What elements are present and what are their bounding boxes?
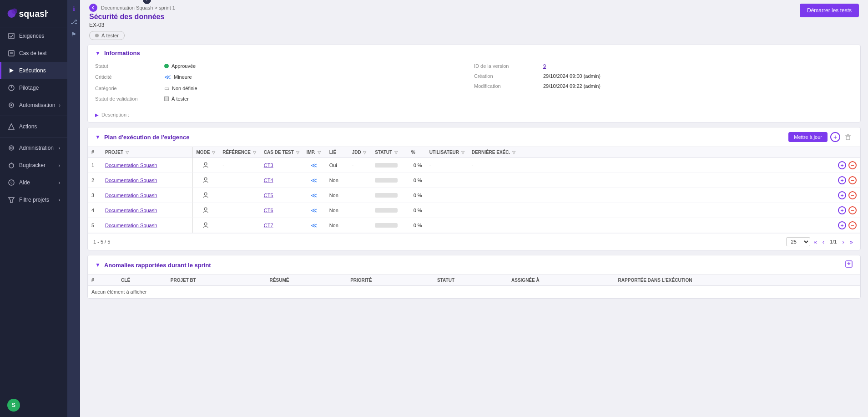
svg-point-29 (204, 208, 207, 210)
status-badge[interactable]: À tester (89, 31, 125, 40)
aide-arrow: › (59, 180, 60, 185)
row-remove-button[interactable]: − (848, 191, 857, 199)
svg-rect-4 (9, 51, 14, 56)
svg-point-28 (204, 193, 207, 195)
row-jdd: - (348, 188, 371, 203)
sidebar-item-label-filtre-projets: Filtre projets (19, 197, 49, 203)
sidebar-item-label-executions: Exécutions (19, 67, 46, 74)
row-statut (371, 173, 408, 188)
svg-point-22 (91, 5, 96, 10)
informations-section: ▼ Informations Statut Approuvée Criticit… (87, 45, 861, 122)
row-cas-test: CT4 (260, 173, 303, 188)
anomaly-collapse-icon[interactable]: ▼ (95, 262, 101, 268)
creation-value: 29/10/2024 09:00 (admin) (543, 73, 601, 79)
svg-rect-23 (846, 136, 850, 140)
status-label: À tester (101, 33, 119, 38)
anomaly-col-statut: STATUT (434, 275, 508, 286)
table-row: 4 Documentation Squash - CT6 ≪ Non - 0 %… (88, 203, 860, 218)
row-remove-button[interactable]: − (848, 221, 857, 229)
sidebar-item-executions[interactable]: Exécutions (0, 62, 67, 79)
row-add-button[interactable]: + (838, 206, 846, 214)
sidebar-item-label-bugtracker: Bugtracker (19, 162, 45, 168)
export-anomaly-button[interactable] (845, 260, 853, 270)
col-user-header: UTILISATEUR ▽ (426, 147, 468, 158)
sidebar-item-label-automatisation: Automatisation (19, 102, 55, 108)
sidebar-item-label-pilotage: Pilotage (19, 85, 39, 91)
prev-page-button[interactable]: ‹ (821, 238, 826, 246)
table-row: 2 Documentation Squash - CT4 ≪ Non - 0 %… (88, 173, 860, 188)
row-remove-button[interactable]: − (848, 161, 857, 169)
creation-label: Création (474, 73, 538, 79)
anomaly-col-num: # (88, 275, 117, 286)
info-collapse-icon: ▼ (95, 50, 101, 56)
row-pct: 0 % (408, 218, 426, 233)
anomaly-col-projet: PROJET BT (167, 275, 266, 286)
first-page-button[interactable]: « (812, 238, 819, 246)
row-add-button[interactable]: + (838, 161, 846, 169)
row-project: Documentation Squash (101, 188, 192, 203)
anomalies-title: Anomalies rapportées durant le sprint (104, 262, 211, 269)
row-jdd: - (348, 173, 371, 188)
page-size-select[interactable]: 25 50 100 (786, 237, 810, 246)
sidebar-item-label-aide: Aide (19, 179, 30, 186)
row-mode (192, 188, 219, 203)
info-row-id-version: ID de la version 9 (474, 61, 853, 71)
statut-green-dot (164, 64, 169, 68)
update-button[interactable]: Mettre à jour (788, 132, 828, 142)
anomaly-col-resume: RÉSUMÉ (266, 275, 347, 286)
info-row-categorie: Catégorie ▭ Non définie (95, 83, 474, 94)
row-project: Documentation Squash (101, 158, 192, 173)
sidebar-item-pilotage[interactable]: Pilotage (0, 79, 67, 97)
row-importance: ≪ (303, 173, 326, 188)
anomalies-section: ▼ Anomalies rapportées durant le sprint … (87, 255, 861, 299)
sidebar-item-bugtracker[interactable]: Bugtracker › (0, 157, 67, 174)
row-cas-test: CT3 (260, 158, 303, 173)
flag-icon[interactable]: ⚑ (69, 29, 79, 39)
row-reference: - (219, 188, 260, 203)
row-add-button[interactable]: + (838, 221, 846, 229)
info-icon[interactable]: ℹ (69, 4, 79, 14)
pagination-controls: 25 50 100 « ‹ 1/1 › » (786, 237, 855, 246)
svg-point-27 (204, 178, 207, 180)
row-add-button[interactable]: + (838, 191, 846, 199)
statut-validation-value: À tester (164, 96, 189, 102)
sidebar-item-administration[interactable]: Administration › (0, 139, 67, 157)
col-pct-header: % (408, 147, 426, 158)
categorie-icon: ▭ (164, 85, 169, 92)
user-avatar[interactable]: S (7, 399, 20, 412)
svg-point-14 (10, 147, 12, 149)
row-derniere: - (468, 158, 833, 173)
row-actions: + − (833, 173, 860, 188)
sidebar-item-exigences[interactable]: Exigences (0, 27, 67, 45)
tree-icon[interactable]: ⎇ (69, 16, 79, 26)
back-button[interactable] (89, 4, 97, 12)
add-exec-button[interactable]: + (830, 132, 840, 142)
last-page-button[interactable]: » (848, 238, 855, 246)
col-actions-header (833, 147, 860, 158)
exec-collapse-icon[interactable]: ▼ (95, 134, 101, 140)
page-title: Sécurité des données (89, 13, 175, 21)
row-derniere: - (468, 188, 833, 203)
sidebar-item-cas-de-test[interactable]: Cas de test (0, 45, 67, 62)
description-row[interactable]: ▶ Description : (88, 109, 860, 122)
criticite-icon: ≪ (164, 73, 171, 81)
informations-header[interactable]: ▼ Informations (88, 45, 860, 61)
description-label: Description : (101, 112, 129, 117)
sidebar-item-actions[interactable]: Actions (0, 118, 67, 135)
sidebar-item-aide[interactable]: ? Aide › (0, 174, 67, 191)
row-jdd: - (348, 218, 371, 233)
row-remove-button[interactable]: − (848, 206, 857, 214)
row-project: Documentation Squash (101, 173, 192, 188)
sidebar-item-automatisation[interactable]: Automatisation › (0, 97, 67, 114)
page-id: EX-03 (89, 22, 175, 28)
row-add-button[interactable]: + (838, 176, 846, 184)
delete-exec-button[interactable] (843, 132, 853, 142)
anomalies-header: ▼ Anomalies rapportées durant le sprint (88, 255, 860, 275)
automatisation-icon (7, 101, 15, 109)
row-remove-button[interactable]: − (848, 176, 857, 184)
start-tests-button[interactable]: Démarrer les tests (800, 4, 859, 17)
row-reference: - (219, 173, 260, 188)
categorie-value: ▭ Non définie (164, 85, 197, 92)
sidebar-item-filtre-projets[interactable]: Filtre projets › (0, 191, 67, 208)
next-page-button[interactable]: › (840, 238, 846, 246)
